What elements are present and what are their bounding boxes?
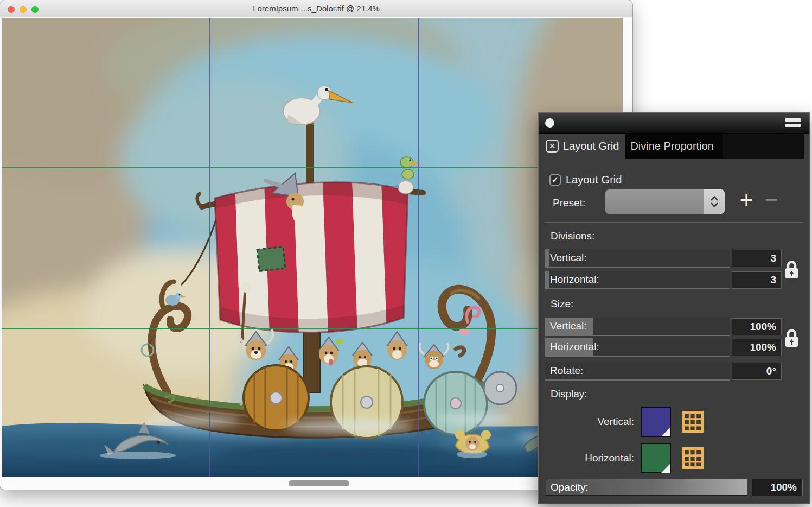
divisions-vertical-value[interactable]: 3	[732, 250, 782, 267]
size-vertical-slider[interactable]: Vertical:	[545, 318, 730, 336]
opacity-slider[interactable]: Opacity:	[546, 479, 747, 496]
size-vertical-value[interactable]: 100%	[732, 318, 782, 335]
display-horizontal-label: Horizontal:	[542, 452, 634, 464]
divisions-horizontal-label: Horizontal:	[550, 271, 599, 288]
layout-grid-panel: ✕ Layout Grid Divine Proportion ✓ Layout…	[538, 112, 809, 503]
rotate-slider[interactable]: Rotate:	[545, 362, 730, 381]
grid-line-vertical-1	[209, 18, 210, 477]
display-vertical-label: Vertical:	[542, 416, 634, 428]
separator	[544, 222, 803, 223]
remove-preset-button[interactable]: −	[762, 192, 781, 211]
panel-float-button[interactable]	[545, 118, 554, 128]
size-lock-icon[interactable]	[784, 328, 799, 348]
grid-line-horizontal-2	[2, 328, 623, 329]
grid-line-vertical-2	[418, 18, 419, 477]
size-horizontal-label: Horizontal:	[550, 338, 599, 356]
panel-menu-icon[interactable]	[785, 118, 801, 128]
panel-tabbar: ✕ Layout Grid Divine Proportion	[539, 134, 809, 159]
tab-close-icon[interactable]: ✕	[546, 140, 559, 153]
preset-dropdown[interactable]	[605, 189, 725, 214]
layout-grid-enable-row: ✓ Layout Grid	[549, 174, 622, 186]
size-heading: Size:	[551, 298, 573, 310]
add-preset-button[interactable]: +	[737, 192, 756, 211]
horizontal-grid-toggle-icon[interactable]	[682, 447, 704, 469]
horizontal-scrollbar-thumb[interactable]	[289, 480, 349, 486]
tab-divine-proportion-label: Divine Proportion	[630, 140, 713, 153]
display-heading: Display:	[551, 388, 587, 400]
rotate-value[interactable]: 0°	[732, 363, 782, 380]
horizontal-color-swatch[interactable]	[641, 443, 671, 473]
window-title: LoremIpsum-...s_Dolor.tif @ 21.4%	[0, 0, 632, 17]
vertical-color-swatch[interactable]	[641, 407, 671, 437]
vertical-grid-toggle-icon[interactable]	[682, 411, 704, 433]
canvas-artwork	[2, 18, 623, 477]
tab-divine-proportion[interactable]: Divine Proportion	[625, 134, 722, 159]
tab-layout-grid-label: Layout Grid	[563, 140, 619, 153]
divisions-lock-icon[interactable]	[784, 259, 799, 280]
tabbar-filler	[723, 134, 804, 159]
divisions-heading: Divisions:	[551, 230, 594, 242]
preset-stepper[interactable]	[704, 189, 725, 214]
size-horizontal-value[interactable]: 100%	[732, 339, 782, 356]
divisions-horizontal-slider[interactable]: Horizontal:	[545, 271, 730, 289]
panel-titlebar[interactable]	[539, 113, 809, 134]
grid-line-horizontal-1	[2, 167, 623, 168]
divisions-vertical-slider[interactable]: Vertical:	[545, 249, 730, 268]
preset-label: Preset:	[553, 197, 585, 209]
canvas-viewport[interactable]	[2, 18, 623, 477]
size-horizontal-slider[interactable]: Horizontal:	[545, 338, 730, 357]
layout-grid-checkbox[interactable]: ✓	[549, 174, 561, 186]
tab-layout-grid[interactable]: ✕ Layout Grid	[539, 134, 625, 159]
swatch-corner-fold	[661, 464, 670, 473]
stepper-chevrons-icon	[710, 194, 719, 209]
size-vertical-label: Vertical:	[550, 318, 587, 335]
layout-grid-checkbox-label: Layout Grid	[566, 174, 622, 186]
divisions-horizontal-value[interactable]: 3	[732, 271, 782, 289]
rotate-label: Rotate:	[550, 362, 583, 379]
divisions-vertical-label: Vertical:	[550, 249, 587, 267]
opacity-label: Opacity:	[551, 479, 589, 495]
sail-patch	[257, 247, 285, 271]
swatch-corner-fold	[661, 427, 670, 436]
opacity-value[interactable]: 100%	[752, 479, 803, 496]
window-titlebar[interactable]: LoremIpsum-...s_Dolor.tif @ 21.4%	[0, 0, 632, 17]
